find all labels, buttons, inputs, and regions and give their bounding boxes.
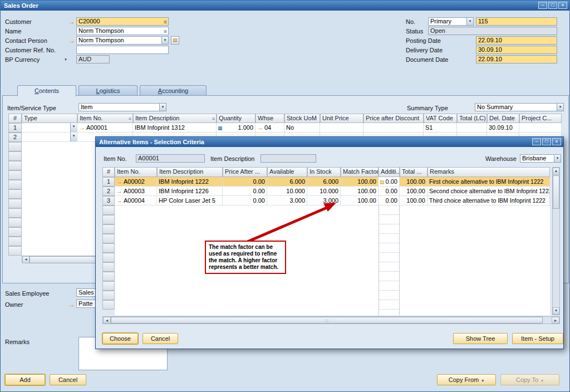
tab-logistics[interactable]: Logistics	[78, 85, 137, 96]
quantity-cell[interactable]: ▦1.000	[217, 123, 255, 133]
stock-uom-cell[interactable]: No	[284, 123, 320, 133]
price-after-cell[interactable]: 0.00	[223, 177, 267, 187]
note-icon[interactable]: ▤	[380, 178, 385, 187]
price-after-cell[interactable]: 0.00	[223, 187, 267, 196]
scroll-down-icon[interactable]: ▼	[553, 307, 559, 315]
chevron-down-icon[interactable]: ▼	[557, 104, 563, 111]
chevron-down-icon[interactable]: ▼	[554, 155, 561, 162]
link-arrow-icon[interactable]: →	[79, 124, 85, 131]
dialog-v-scrollbar[interactable]: ▲ ▼	[552, 167, 560, 315]
empty-row-header[interactable]	[102, 243, 115, 253]
total-cell[interactable]: 100.00	[400, 177, 428, 187]
tab-accounting[interactable]: Accounting	[140, 85, 207, 96]
item-description-cell[interactable]: IBM Infoprint 1312	[133, 123, 217, 133]
available-cell[interactable]: 6.000	[267, 177, 307, 187]
item-no-cell[interactable]: →A00003	[115, 187, 157, 196]
chevron-down-icon[interactable]: ▼	[466, 18, 473, 25]
total-cell[interactable]: 100.00	[400, 187, 428, 196]
chevron-down-icon[interactable]: ▼	[159, 104, 166, 111]
match-factor-cell[interactable]: 100.00	[341, 187, 379, 196]
item-description-cell[interactable]: IBM Infoprint 1226	[157, 187, 223, 196]
in-stock-cell[interactable]: 3.000	[307, 196, 341, 205]
match-factor-cell[interactable]: 100.00	[341, 196, 379, 205]
total-cell[interactable]: 100.00	[400, 196, 428, 205]
dialog-titlebar[interactable]: Alternative Items - Selection Criteria	[96, 137, 563, 147]
unit-price-cell[interactable]	[320, 123, 363, 133]
series-select[interactable]: Primary ▼	[428, 17, 474, 26]
remarks-cell[interactable]: First choice alternative to IBM Infoprin…	[428, 177, 550, 187]
contact-person-select[interactable]: Norm Thompson ▼	[76, 36, 169, 45]
doc-no-input[interactable]: 115	[476, 17, 557, 26]
empty-row-header[interactable]	[8, 170, 22, 180]
bp-currency-label[interactable]: BP Currency	[5, 56, 40, 63]
available-cell[interactable]: 3.000	[267, 196, 307, 205]
link-arrow-icon[interactable]: →	[116, 188, 122, 194]
empty-row-header[interactable]	[8, 227, 22, 237]
empty-row-header[interactable]	[8, 151, 22, 161]
chevron-down-icon[interactable]: ▼	[161, 37, 168, 44]
row-header[interactable]: 2	[8, 133, 22, 142]
name-input[interactable]: Norm Thompson ≡	[76, 27, 169, 35]
bp-currency-dropdown-icon[interactable]: ▼	[64, 58, 67, 61]
empty-row-header[interactable]	[102, 300, 115, 310]
type-cell[interactable]: ▼	[22, 123, 77, 133]
choose-from-list-icon[interactable]: ≡	[164, 28, 167, 35]
empty-row-header[interactable]	[102, 291, 115, 300]
empty-row-header[interactable]	[8, 189, 22, 199]
empty-row-header[interactable]	[102, 215, 115, 224]
scroll-left-icon[interactable]: ◄	[103, 317, 111, 324]
chevron-down-icon[interactable]: ▼	[70, 133, 77, 141]
additional-cell[interactable]: ▤0.00	[379, 177, 400, 187]
empty-row-header[interactable]	[8, 161, 22, 170]
owner-link-arrow-icon[interactable]: →	[68, 301, 76, 308]
link-arrow-icon[interactable]: →	[257, 124, 263, 131]
chevron-down-icon[interactable]: ▼	[70, 123, 77, 132]
in-stock-cell[interactable]: 10.000	[307, 187, 341, 196]
empty-row-header[interactable]	[8, 237, 22, 246]
row-header[interactable]: 1	[8, 123, 22, 133]
available-cell[interactable]: 10.000	[267, 187, 307, 196]
empty-row-header[interactable]	[8, 246, 22, 256]
empty-row-header[interactable]	[102, 205, 115, 215]
additional-cell[interactable]: 0.00	[379, 187, 400, 196]
summary-type-select[interactable]: No Summary ▼	[475, 103, 564, 111]
quantity-grid-icon[interactable]: ▦	[218, 124, 223, 133]
minimize-icon[interactable]: −	[532, 138, 541, 145]
empty-row-header[interactable]	[102, 272, 115, 281]
posting-date-input[interactable]: 22.09.10	[476, 36, 557, 45]
customer-input[interactable]: C20000 ≡	[76, 17, 169, 26]
document-date-input[interactable]: 22.09.10	[476, 55, 557, 63]
item-description-cell[interactable]: HP Color Laser Jet 5	[157, 196, 223, 205]
contact-details-icon[interactable]: ▤	[171, 36, 179, 45]
customer-link-arrow-icon[interactable]: →	[68, 18, 76, 26]
empty-row-header[interactable]	[8, 208, 22, 218]
additional-cell[interactable]: 0.00	[379, 196, 400, 205]
type-cell[interactable]: ▼	[22, 133, 77, 142]
contact-link-arrow-icon[interactable]: →	[68, 37, 76, 45]
row-header[interactable]: 1	[102, 177, 115, 187]
empty-row-header[interactable]	[102, 281, 115, 291]
empty-row-header[interactable]	[8, 180, 22, 189]
empty-row-header[interactable]	[102, 234, 115, 243]
vat-code-cell[interactable]: S1	[424, 123, 457, 133]
price-after-discount-cell[interactable]	[363, 123, 424, 133]
cancel-button[interactable]: Cancel	[50, 374, 86, 385]
maximize-icon[interactable]: □	[548, 2, 557, 9]
empty-row-header[interactable]	[102, 224, 115, 234]
scroll-up-icon[interactable]: ▲	[553, 168, 559, 175]
window-titlebar[interactable]: Sales Order	[1, 1, 569, 11]
scrollbar-thumb[interactable]: :::	[111, 317, 543, 324]
scrollbar-thumb[interactable]	[553, 175, 559, 209]
project-cell[interactable]	[519, 123, 562, 133]
remarks-cell[interactable]: Third choice alternative to IBM Infoprin…	[428, 196, 550, 205]
choose-button[interactable]: Choose	[102, 333, 138, 344]
maximize-icon[interactable]: □	[542, 138, 551, 145]
match-factor-cell[interactable]: 100.00	[341, 177, 379, 187]
link-arrow-icon[interactable]: →	[116, 197, 122, 204]
link-arrow-icon[interactable]: →	[116, 178, 122, 185]
dialog-cancel-button[interactable]: Cancel	[142, 333, 178, 344]
delivery-date-input[interactable]: 30.09.10	[476, 46, 557, 54]
tab-contents[interactable]: Contents	[17, 85, 76, 96]
item-no-cell[interactable]: →A00001	[77, 123, 133, 133]
empty-row-header[interactable]	[8, 142, 22, 151]
